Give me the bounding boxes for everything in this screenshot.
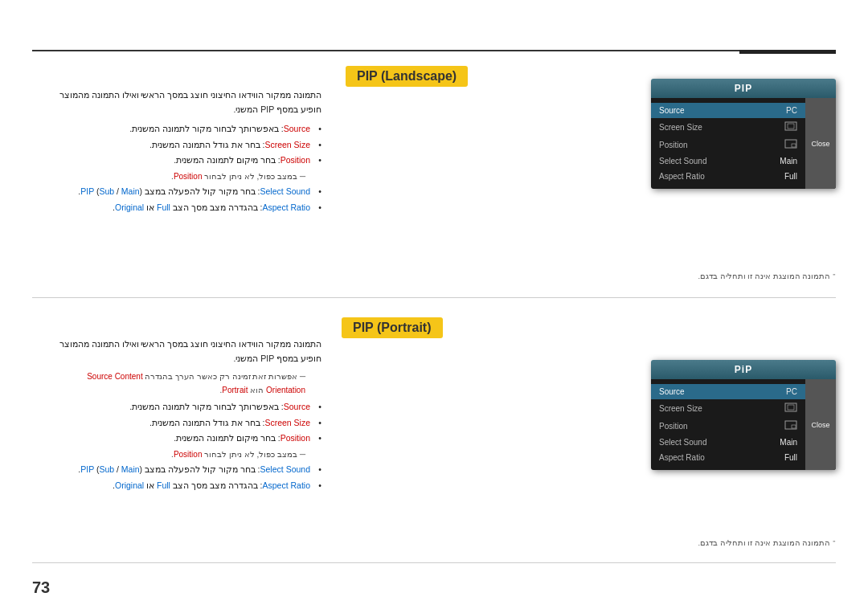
section1-intro: התמונה ממקור הווידאו החיצוני חוצג במסך ה… bbox=[48, 88, 321, 117]
pip-panel2-menu: Source PC Screen Size Position bbox=[651, 379, 805, 470]
pip-close-button-2[interactable]: Close bbox=[805, 379, 836, 470]
pip-panel2-body: Source PC Screen Size Position bbox=[651, 379, 836, 470]
pip-row-screensize-1[interactable]: Screen Size bbox=[651, 118, 805, 136]
section2-item-selectsound: Select Sound: בחר מקור קול להפעלה במצב P… bbox=[48, 463, 321, 477]
section1-item-aspectratio: Aspect Ratio: בהגדרה מצב מסך הצב Full או… bbox=[48, 201, 321, 215]
pip-row-aspectratio-1[interactable]: Aspect Ratio Full bbox=[651, 169, 805, 184]
section2-note-position: ─ במצב כפול, לא ניתן לבחור Position. bbox=[48, 447, 321, 461]
panel1-note: ־ התמונה המוצגת אינה זו ותחליה בדגם. bbox=[627, 272, 836, 280]
pip-row-selectsound-2[interactable]: Select Sound Main bbox=[651, 435, 805, 450]
section2-list: Source: באפשרותך לבחור מקור לתמונה המשני… bbox=[48, 400, 321, 493]
section1-item-position: Position: בחר מיקום לתמונה המשנית. bbox=[48, 153, 321, 168]
section1-title: PIP (Landscape) bbox=[346, 66, 468, 87]
screen-size-icon-2 bbox=[784, 403, 797, 412]
section1-item-screensize: Screen Size: בחר את גודל התמונה המשנית. bbox=[48, 138, 321, 153]
section2-intro: התמונה ממקור הווידאו החיצוני חוצג במסך ה… bbox=[48, 337, 321, 366]
mid-divider-line bbox=[32, 297, 836, 298]
section1-note-position: ─ במצב כפול, לא ניתן לבחור Position. bbox=[48, 170, 321, 183]
position-icon-1 bbox=[784, 139, 797, 149]
panel2-note: ־ התמונה המוצגת אינה זו ותחליה בדגם. bbox=[627, 538, 836, 547]
section1-text-content: התמונה ממקור הווידאו החיצוני חוצג במסך ה… bbox=[48, 88, 321, 217]
section2-item-screensize: Screen Size: בחר את גודל התמונה המשנית. bbox=[48, 416, 321, 431]
pip-panel1-body: Source PC Screen Size Position bbox=[651, 98, 836, 189]
bottom-divider-line bbox=[32, 562, 836, 563]
section2-note-source-orientation: ─ אפשרות זאת זמינה רק כאשר הערך בהגדרה S… bbox=[48, 370, 321, 397]
section2-title: PIP (Portrait) bbox=[342, 317, 443, 338]
top-accent-bar bbox=[739, 50, 836, 54]
pip-close-button-1[interactable]: Close bbox=[805, 98, 836, 189]
svg-rect-1 bbox=[788, 124, 794, 129]
pip-panel1-menu: Source PC Screen Size Position bbox=[651, 98, 805, 189]
section2-item-aspectratio: Aspect Ratio: בהגדרה מצב מסך הצב Full או… bbox=[48, 479, 321, 493]
svg-rect-3 bbox=[792, 144, 796, 147]
position-icon-2 bbox=[784, 420, 797, 430]
pip-row-selectsound-1[interactable]: Select Sound Main bbox=[651, 153, 805, 169]
pip-row-screensize-2[interactable]: Screen Size bbox=[651, 399, 805, 417]
page-number: 73 bbox=[32, 578, 50, 597]
section1-item-selectsound: Select Sound: בחר מקור קול להפעלה במצב P… bbox=[48, 185, 321, 199]
pip-panel-2: PiP Source PC Screen Size Position bbox=[651, 360, 836, 470]
pip-row-source-1[interactable]: Source PC bbox=[651, 103, 805, 118]
top-divider-line bbox=[32, 50, 836, 51]
svg-rect-7 bbox=[792, 425, 796, 428]
screen-size-icon-1 bbox=[784, 121, 797, 131]
pip-row-source-2[interactable]: Source PC bbox=[651, 384, 805, 399]
pip-panel-1: PIP Source PC Screen Size Position bbox=[651, 79, 836, 189]
pip-panel1-header: PIP bbox=[651, 79, 836, 98]
pip-row-aspectratio-2[interactable]: Aspect Ratio Full bbox=[651, 450, 805, 465]
svg-rect-4 bbox=[785, 403, 796, 411]
section2-item-position: Position: בחר מיקום לתמונה המשנית. bbox=[48, 431, 321, 446]
section2-text-content: התמונה ממקור הווידאו החיצוני חוצג במסך ה… bbox=[48, 337, 321, 495]
section2-item-source: Source: באפשרותך לבחור מקור לתמונה המשני… bbox=[48, 400, 321, 415]
svg-rect-5 bbox=[788, 405, 794, 410]
pip-row-position-1[interactable]: Position bbox=[651, 136, 805, 153]
pip-panel2-header: PiP bbox=[651, 360, 836, 379]
pip-row-position-2[interactable]: Position bbox=[651, 417, 805, 435]
section1-list: Source: באפשרותך לבחור מקור לתמונה המשני… bbox=[48, 122, 321, 215]
svg-rect-0 bbox=[785, 122, 796, 130]
section1-item-source: Source: באפשרותך לבחור מקור לתמונה המשני… bbox=[48, 122, 321, 137]
